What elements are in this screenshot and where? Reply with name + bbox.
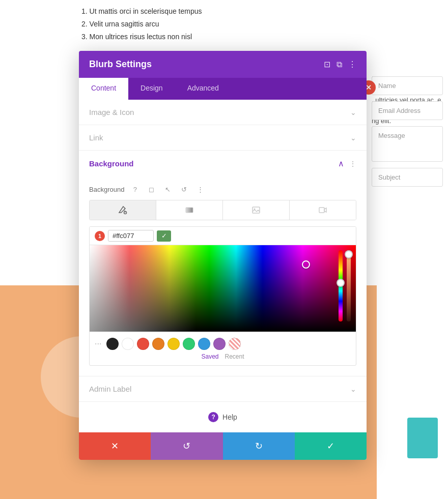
type-tab-gradient[interactable] — [156, 200, 223, 220]
link-chevron: ⌄ — [350, 134, 356, 142]
background-cursor-icon[interactable]: ↖ — [162, 184, 173, 195]
admin-label-title: Admin Label — [89, 385, 131, 393]
background-section-body: Background ? ◻ ↖ ↺ ⋮ — [79, 177, 367, 376]
opacity-slider-handle — [345, 250, 353, 258]
swatch-transparent[interactable] — [229, 338, 241, 350]
hue-slider-handle — [337, 279, 345, 287]
background-more-icon[interactable]: ⋮ — [349, 160, 356, 168]
swatches-dots[interactable]: ··· — [95, 339, 101, 348]
recent-tab[interactable]: Recent — [225, 353, 244, 360]
fullscreen-icon[interactable]: ⊡ — [324, 60, 330, 69]
teal-decoration — [407, 418, 438, 458]
right-side-form: Name Email Address Message Subject — [367, 71, 448, 192]
split-icon[interactable]: ⧉ — [337, 60, 342, 69]
color-gradient-canvas[interactable] — [90, 245, 356, 332]
modal-footer: ✕ ↺ ↻ ✓ — [79, 432, 367, 460]
swatches-row: ··· — [90, 332, 356, 353]
help-row: ? Help — [79, 402, 367, 432]
modal-body: Image & Icon ⌄ Link ⌄ Background ∧ ⋮ Bac… — [79, 100, 367, 432]
redo-button[interactable]: ↻ — [223, 432, 295, 460]
message-field[interactable]: Message — [372, 126, 443, 162]
gradient-icon — [185, 206, 194, 215]
swatch-red[interactable] — [137, 338, 149, 350]
swatch-white[interactable] — [122, 338, 134, 350]
undo-button[interactable]: ↺ — [151, 432, 222, 460]
help-icon: ? — [208, 412, 218, 422]
paint-bucket-icon — [118, 206, 127, 215]
link-section-header[interactable]: Link ⌄ — [79, 125, 367, 151]
background-type-tabs — [89, 200, 356, 220]
blurb-settings-modal: Blurb Settings ⊡ ⧉ ⋮ Content Design Adva… — [79, 51, 367, 460]
background-options-icon[interactable]: ⋮ — [194, 184, 206, 195]
color-picker-container: 1 #ffc077 ✓ — [89, 226, 356, 366]
help-label[interactable]: Help — [222, 413, 237, 421]
sliders-container — [339, 250, 351, 327]
type-tab-image[interactable] — [223, 200, 290, 220]
email-field[interactable]: Email Address — [372, 101, 443, 120]
video-icon — [318, 206, 327, 215]
list-item-2: 2. Velit urna sagittis arcu — [81, 18, 202, 31]
color-number-badge: 1 — [95, 231, 105, 241]
list-item-3: 3. Mon ultrices risus lectus non nisl — [81, 31, 202, 43]
opacity-slider-track[interactable] — [347, 250, 351, 321]
modal-header: Blurb Settings ⊡ ⧉ ⋮ — [79, 51, 367, 78]
admin-label-chevron: ⌄ — [350, 385, 356, 393]
cancel-button[interactable]: ✕ — [79, 432, 151, 460]
swatch-green[interactable] — [183, 338, 195, 350]
swatch-blue[interactable] — [198, 338, 210, 350]
saved-recent-row: Saved Recent — [90, 353, 356, 365]
background-section: Background ∧ ⋮ Background ? ◻ ↖ ↺ ⋮ — [79, 151, 367, 376]
color-hex-input[interactable]: #ffc077 — [108, 230, 154, 242]
swatch-yellow[interactable] — [167, 338, 180, 350]
color-confirm-button[interactable]: ✓ — [157, 230, 171, 242]
name-field[interactable]: Name — [372, 76, 443, 95]
image-icon — [251, 206, 261, 215]
admin-label-section[interactable]: Admin Label ⌄ — [79, 376, 367, 402]
background-section-header[interactable]: Background ∧ ⋮ — [79, 151, 367, 177]
image-icon-chevron: ⌄ — [350, 108, 356, 116]
modal-title: Blurb Settings — [89, 59, 152, 70]
background-reset-icon[interactable]: ↺ — [178, 184, 189, 195]
svg-rect-2 — [186, 208, 193, 213]
background-mobile-icon[interactable]: ◻ — [146, 184, 157, 195]
background-sub-label: Background — [89, 186, 124, 193]
tab-advanced[interactable]: Advanced — [175, 78, 231, 100]
type-tab-video[interactable] — [290, 200, 356, 220]
image-icon-section-header[interactable]: Image & Icon ⌄ — [79, 100, 367, 125]
modal-header-icons: ⊡ ⧉ ⋮ — [324, 60, 356, 69]
saved-tab[interactable]: Saved — [201, 353, 218, 360]
type-tab-color[interactable] — [90, 200, 156, 220]
hue-slider-track[interactable] — [339, 250, 343, 321]
page-list: 1. Ut mattis orci in scelerisque tempus … — [81, 5, 202, 44]
svg-rect-5 — [319, 208, 324, 213]
background-title: Background — [89, 159, 134, 168]
tab-content[interactable]: Content — [79, 78, 128, 100]
menu-icon[interactable]: ⋮ — [348, 60, 356, 69]
link-title: Link — [89, 133, 103, 142]
color-gradient-area[interactable] — [90, 245, 356, 332]
image-icon-title: Image & Icon — [89, 108, 134, 116]
save-button[interactable]: ✓ — [295, 432, 367, 460]
swatch-orange[interactable] — [152, 338, 164, 350]
list-item-1: 1. Ut mattis orci in scelerisque tempus — [81, 5, 202, 18]
color-hex-row: 1 #ffc077 ✓ — [90, 227, 356, 245]
background-label-row: Background ? ◻ ↖ ↺ ⋮ — [89, 177, 356, 200]
subject-field[interactable]: Subject — [372, 168, 443, 187]
tab-design[interactable]: Design — [128, 78, 175, 100]
modal-tabs: Content Design Advanced — [79, 78, 367, 100]
background-help-icon[interactable]: ? — [129, 184, 141, 195]
swatch-purple[interactable] — [213, 338, 226, 350]
swatch-black[interactable] — [106, 338, 119, 350]
background-chevron: ∧ — [338, 159, 344, 168]
